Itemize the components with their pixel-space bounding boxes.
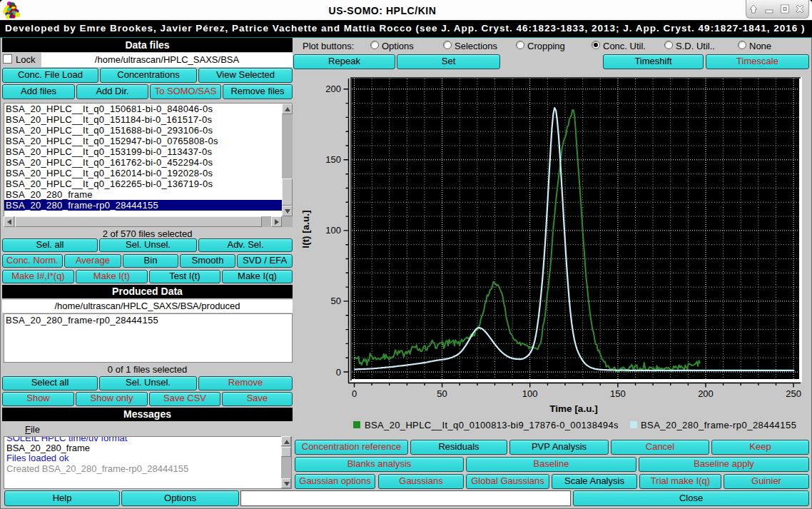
svg-text:100: 100 <box>325 225 341 236</box>
svg-text:150: 150 <box>610 388 626 399</box>
svg-text:150: 150 <box>325 154 341 165</box>
svg-text:0: 0 <box>352 388 357 399</box>
svg-text:I(t) [a.u.]: I(t) [a.u.] <box>300 210 311 248</box>
svg-text:50: 50 <box>437 388 447 399</box>
svg-text:100: 100 <box>522 388 538 399</box>
svg-text:BSA_20_280_frame-rp0_28444155: BSA_20_280_frame-rp0_28444155 <box>641 420 796 430</box>
svg-text:0: 0 <box>336 367 341 378</box>
svg-text:200: 200 <box>698 388 714 399</box>
svg-text:Time [a.u.]: Time [a.u.] <box>549 403 597 414</box>
svg-text:250: 250 <box>786 388 801 399</box>
svg-text:200: 200 <box>325 84 341 94</box>
svg-text:BSA_20_HPLC__It_q0_0100813-bi9: BSA_20_HPLC__It_q0_0100813-bi9_17876-0_0… <box>365 420 619 430</box>
svg-text:50: 50 <box>331 296 341 306</box>
